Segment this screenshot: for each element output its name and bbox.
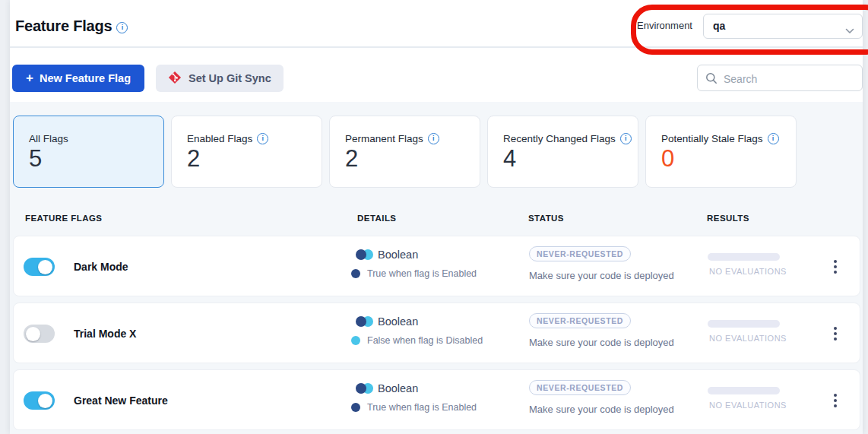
flag-toggle[interactable] [24, 325, 55, 343]
environment-label: Environment [637, 20, 692, 31]
status-text: Make sure your code is deployed [529, 404, 674, 415]
search-icon [705, 72, 718, 84]
flag-name[interactable]: Trial Mode X [74, 328, 136, 340]
new-feature-flag-label: New Feature Flag [40, 72, 131, 84]
info-icon[interactable]: i [116, 22, 128, 33]
row-menu-button[interactable] [829, 390, 841, 411]
rule-dot-icon [351, 336, 360, 345]
flag-type-label: Boolean [378, 382, 418, 394]
flag-toggle[interactable] [24, 391, 55, 410]
git-sync-label: Set Up Git Sync [188, 72, 271, 84]
stat-card-enabled-flags[interactable]: Enabled Flagsi 2 [171, 116, 322, 188]
stat-card-recently-changed-flags[interactable]: Recently Changed Flagsi 4 [487, 116, 638, 188]
results-label: NO EVALUATIONS [709, 401, 787, 410]
evaluation-bar [708, 253, 780, 261]
row-menu-button[interactable] [829, 256, 841, 277]
search-box[interactable] [697, 65, 863, 91]
stat-label: Enabled Flagsi [187, 133, 268, 144]
header-divider [10, 46, 863, 48]
page-title-text: Feature Flags [15, 17, 112, 34]
stat-value: 2 [187, 145, 200, 173]
git-icon [168, 71, 182, 87]
status-badge: NEVER-REQUESTED [529, 246, 631, 261]
stat-label: Recently Changed Flagsi [503, 133, 632, 144]
info-icon[interactable]: i [620, 133, 632, 144]
row-menu-button[interactable] [829, 323, 841, 344]
status-badge: NEVER-REQUESTED [529, 313, 631, 328]
boolean-type-icon [356, 249, 372, 260]
column-header-status: STATUS [528, 214, 564, 223]
column-header-feature-flags: FEATURE FLAGS [25, 214, 102, 223]
column-header-results: RESULTS [707, 214, 749, 223]
page-title: Feature Flagsi [15, 17, 128, 35]
rule-text: True when flag is Enabled [367, 402, 477, 413]
evaluation-bar [708, 320, 780, 328]
chevron-down-icon [845, 24, 854, 37]
set-up-git-sync-button[interactable]: Set Up Git Sync [156, 65, 284, 92]
flag-toggle[interactable] [24, 258, 55, 276]
rule-dot-icon [351, 403, 360, 412]
flag-name[interactable]: Great New Feature [74, 394, 168, 407]
toggle-knob [38, 260, 52, 274]
stat-value: 4 [503, 145, 516, 173]
stat-value: 2 [345, 145, 358, 173]
status-text: Make sure your code is deployed [529, 337, 674, 348]
stat-value: 0 [661, 145, 674, 173]
evaluation-bar [708, 387, 780, 394]
search-input[interactable] [722, 66, 860, 91]
table-row: Great New Feature Boolean True when flag… [13, 369, 860, 430]
table-row: Dark Mode Boolean True when flag is Enab… [13, 236, 860, 296]
boolean-type-icon [356, 316, 372, 327]
plus-icon: + [26, 71, 33, 86]
results-label: NO EVALUATIONS [709, 267, 787, 276]
stat-label: All Flagsi [29, 133, 68, 144]
stat-label: Permanent Flagsi [345, 133, 439, 144]
boolean-type-icon [356, 383, 372, 394]
info-icon[interactable]: i [257, 133, 268, 144]
status-text: Make sure your code is deployed [529, 270, 674, 281]
stat-card-all-flags[interactable]: All Flagsi 5 [13, 116, 164, 188]
toggle-knob [26, 327, 40, 341]
info-icon[interactable]: i [428, 133, 439, 144]
rule-text: True when flag is Enabled [367, 268, 477, 279]
column-header-details: DETAILS [357, 214, 397, 223]
status-badge: NEVER-REQUESTED [529, 380, 631, 395]
table-row: Trial Mode X Boolean False when flag is … [13, 303, 860, 363]
stat-label: Potentially Stale Flagsi [661, 133, 779, 144]
stat-card-permanent-flags[interactable]: Permanent Flagsi 2 [329, 116, 480, 188]
results-label: NO EVALUATIONS [709, 334, 787, 343]
flag-type-label: Boolean [378, 249, 418, 261]
flag-type-label: Boolean [378, 315, 418, 328]
environment-value: qa [713, 20, 725, 32]
info-icon[interactable]: i [768, 133, 779, 144]
flag-name[interactable]: Dark Mode [74, 261, 128, 273]
new-feature-flag-button[interactable]: + New Feature Flag [12, 65, 144, 92]
stat-value: 5 [29, 145, 42, 173]
rule-text: False when flag is Disabled [367, 335, 483, 346]
toggle-knob [38, 394, 52, 408]
rule-dot-icon [351, 269, 360, 278]
environment-select[interactable]: qa [703, 14, 863, 39]
stat-card-potentially-stale-flags[interactable]: Potentially Stale Flagsi 0 [645, 116, 797, 188]
